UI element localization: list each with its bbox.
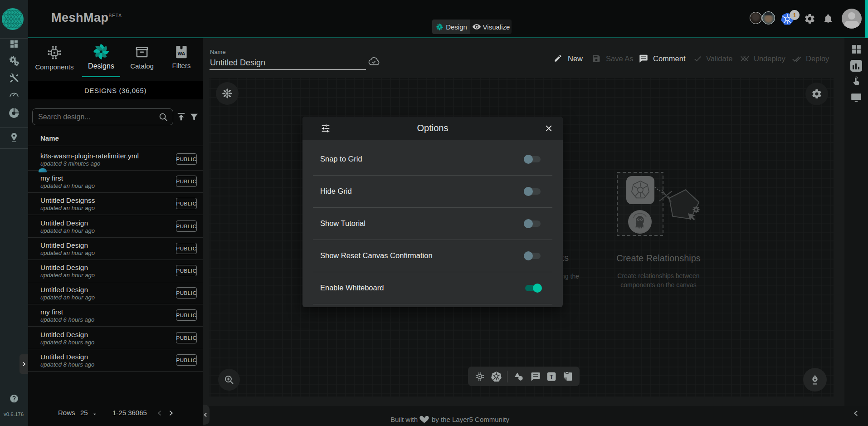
svg-text:WA: WA: [178, 51, 185, 56]
svg-text:T: T: [550, 373, 553, 380]
